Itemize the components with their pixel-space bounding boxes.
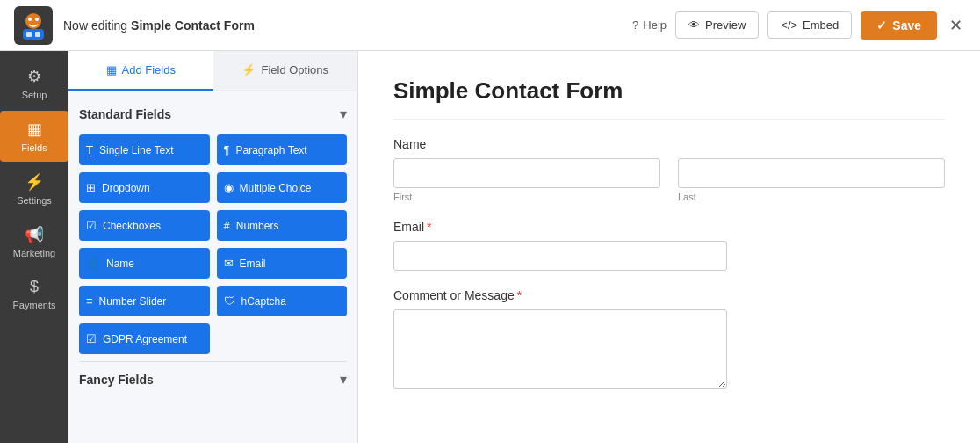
payments-icon: $: [30, 278, 39, 296]
last-name-input[interactable]: [678, 158, 945, 188]
name-icon: 👤: [86, 257, 100, 270]
field-btn-name[interactable]: 👤 Name: [79, 248, 210, 279]
topbar-actions: ? Help 👁 Preview </> Embed ✓ Save ✕: [632, 11, 966, 40]
last-sublabel: Last: [678, 192, 945, 202]
first-name-col: First: [393, 158, 660, 202]
panel-content: Standard Fields ▾ T̲ Single Line Text ¶ …: [68, 91, 357, 443]
field-btn-paragraph-text[interactable]: ¶ Paragraph Text: [217, 134, 348, 165]
paragraph-text-icon: ¶: [224, 143, 230, 156]
field-btn-number-slider[interactable]: ≡ Number Slider: [79, 286, 210, 316]
svg-point-3: [35, 18, 39, 21]
standard-fields-header: Standard Fields ▾: [79, 105, 347, 122]
sidebar-item-fields[interactable]: ▦ Fields: [0, 111, 68, 162]
tab-field-options[interactable]: ⚡ Field Options: [213, 51, 358, 91]
field-btn-single-line-text[interactable]: T̲ Single Line Text: [79, 134, 210, 165]
single-line-text-icon: T̲: [86, 143, 93, 156]
gdpr-icon: ☑: [86, 332, 97, 345]
topbar: Now editing Simple Contact Form ? Help 👁…: [0, 0, 980, 51]
embed-button[interactable]: </> Embed: [767, 11, 852, 39]
check-icon: ✓: [876, 18, 887, 33]
field-btn-multiple-choice[interactable]: ◉ Multiple Choice: [217, 172, 348, 203]
form-title: Simple Contact Form: [393, 77, 945, 120]
fancy-fields-header: Fancy Fields ▾: [79, 361, 347, 396]
first-sublabel: First: [393, 192, 660, 202]
close-button[interactable]: ✕: [946, 12, 966, 39]
number-slider-icon: ≡: [86, 294, 93, 308]
save-button[interactable]: ✓ Save: [861, 11, 937, 40]
app-logo: [14, 6, 53, 45]
editor-title: Now editing Simple Contact Form: [63, 18, 622, 33]
multiple-choice-icon: ◉: [224, 181, 234, 194]
field-btn-gdpr[interactable]: ☑ GDPR Agreement: [79, 323, 210, 354]
field-btn-numbers[interactable]: # Numbers: [217, 210, 348, 241]
form-field-email: Email*: [393, 220, 945, 271]
email-icon: ✉: [224, 257, 234, 270]
standard-fields-grid: T̲ Single Line Text ¶ Paragraph Text ⊞ D…: [79, 134, 347, 354]
form-field-name: Name First Last: [393, 137, 945, 202]
help-icon: ?: [632, 18, 638, 32]
email-label: Email*: [393, 220, 945, 234]
fancy-fields-section: Fancy Fields ▾: [79, 361, 347, 396]
sidebar-item-setup[interactable]: ⚙ Setup: [0, 58, 68, 109]
fancy-fields-title: Fancy Fields: [79, 373, 154, 387]
panel-tabs: ▦ Add Fields ⚡ Field Options: [68, 51, 357, 91]
field-options-icon: ⚡: [241, 63, 256, 76]
name-label: Name: [393, 137, 945, 151]
field-btn-dropdown[interactable]: ⊞ Dropdown: [79, 172, 210, 203]
dropdown-icon: ⊞: [86, 181, 96, 194]
fancy-fields-toggle[interactable]: ▾: [340, 371, 347, 388]
numbers-icon: #: [224, 219, 230, 232]
svg-point-2: [28, 18, 32, 21]
comment-required-star: *: [517, 288, 522, 302]
field-btn-email[interactable]: ✉ Email: [217, 248, 348, 279]
settings-icon: ⚡: [25, 172, 44, 192]
hcaptcha-icon: 🛡: [224, 294, 235, 308]
svg-rect-6: [35, 32, 40, 37]
sidebar-item-payments[interactable]: $ Payments: [0, 269, 68, 319]
help-button[interactable]: ? Help: [632, 18, 667, 32]
fields-icon: ▦: [27, 120, 42, 139]
svg-rect-5: [26, 32, 32, 37]
tab-add-fields[interactable]: ▦ Add Fields: [68, 51, 213, 91]
field-btn-checkboxes[interactable]: ☑ Checkboxes: [79, 210, 210, 241]
gear-icon: ⚙: [27, 67, 41, 86]
close-icon: ✕: [949, 17, 962, 34]
preview-button[interactable]: 👁 Preview: [675, 11, 759, 39]
marketing-icon: 📢: [25, 225, 44, 244]
standard-fields-title: Standard Fields: [79, 107, 171, 121]
comment-label: Comment or Message*: [393, 288, 945, 302]
name-row: First Last: [393, 158, 945, 202]
email-input[interactable]: [393, 241, 727, 271]
main-layout: ⚙ Setup ▦ Fields ⚡ Settings 📢 Marketing …: [0, 51, 980, 443]
email-required-star: *: [427, 220, 431, 234]
last-name-col: Last: [678, 158, 945, 202]
svg-rect-4: [23, 29, 44, 40]
sidebar-item-marketing[interactable]: 📢 Marketing: [0, 216, 68, 267]
code-icon: </>: [781, 18, 797, 32]
sidebar-item-settings[interactable]: ⚡ Settings: [0, 163, 68, 214]
add-fields-icon: ▦: [106, 63, 117, 76]
standard-fields-toggle[interactable]: ▾: [340, 105, 347, 122]
first-name-input[interactable]: [393, 158, 660, 188]
left-panel: ▦ Add Fields ⚡ Field Options Standard Fi…: [68, 51, 358, 443]
form-field-comment: Comment or Message*: [393, 288, 945, 391]
eye-icon: 👁: [688, 18, 700, 32]
checkboxes-icon: ☑: [86, 219, 97, 232]
form-preview: Simple Contact Form Name First Last Emai…: [358, 51, 980, 443]
comment-textarea[interactable]: [393, 309, 727, 389]
sidebar-nav: ⚙ Setup ▦ Fields ⚡ Settings 📢 Marketing …: [0, 51, 68, 443]
field-btn-hcaptcha[interactable]: 🛡 hCaptcha: [217, 286, 348, 316]
